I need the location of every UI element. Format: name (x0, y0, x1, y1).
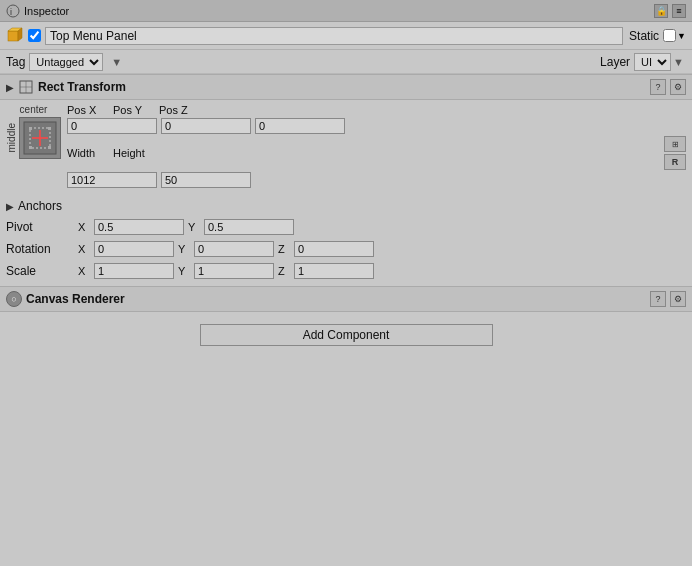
title-bar: i Inspector 🔒 ≡ (0, 0, 692, 22)
title-bar-actions: 🔒 ≡ (654, 4, 686, 18)
svg-text:i: i (10, 7, 12, 17)
svg-rect-13 (48, 127, 51, 130)
height-input[interactable] (161, 172, 251, 188)
rot-z-axis-label: Z (278, 243, 290, 255)
tag-label: Tag (6, 55, 25, 69)
rot-y-axis-label: Y (178, 243, 190, 255)
static-label: Static (629, 29, 659, 43)
pos-z-label: Pos Z (159, 104, 201, 116)
layer-arrow-icon: ▼ (673, 56, 684, 68)
middle-label-col: middle (6, 123, 17, 152)
object-icon (6, 27, 24, 45)
blueprint-btns: ⊞ R (664, 136, 686, 170)
scale-y-input[interactable] (194, 263, 274, 279)
anchors-label: Anchors (18, 199, 62, 213)
active-checkbox[interactable] (28, 29, 41, 42)
title-bar-label: Inspector (24, 5, 69, 17)
menu-button[interactable]: ≡ (672, 4, 686, 18)
static-dropdown-arrow[interactable]: ▼ (677, 31, 686, 41)
scale-x-input[interactable] (94, 263, 174, 279)
pos-x-label: Pos X (67, 104, 109, 116)
static-area: Static ▼ (629, 29, 686, 43)
svg-rect-14 (29, 146, 32, 149)
rect-transform-title: Rect Transform (38, 80, 650, 94)
pos-fields: Pos X Pos Y Pos Z Width Height ⊞ R (67, 104, 686, 190)
rect-icon-middle: middle (6, 117, 61, 159)
rect-transform-widget[interactable] (19, 117, 61, 159)
layer-label: Layer (600, 55, 630, 69)
add-component-button[interactable]: Add Component (200, 324, 493, 346)
scale-y-axis-label: Y (178, 265, 190, 277)
middle-label: middle (6, 123, 17, 152)
canvas-renderer-title: Canvas Renderer (26, 292, 650, 306)
rotation-label: Rotation (6, 242, 74, 256)
scale-x-axis-label: X (78, 265, 90, 277)
canvas-renderer-menu-btn[interactable]: ⚙ (670, 291, 686, 307)
pos-layout: center middle (6, 104, 686, 190)
anchors-arrow[interactable]: ▶ (6, 201, 14, 212)
pivot-x-input[interactable] (94, 219, 184, 235)
width-label: Width (67, 147, 109, 159)
rect-transform-arrow[interactable]: ▶ (6, 82, 14, 93)
arrow-icon: ▼ (111, 56, 122, 68)
pivot-label: Pivot (6, 220, 74, 234)
object-header: Static ▼ (0, 22, 692, 50)
rotation-y-input[interactable] (194, 241, 274, 257)
blueprint-btn[interactable]: ⊞ (664, 136, 686, 152)
pivot-x-axis-label: X (78, 221, 90, 233)
inspector-panel: Static ▼ Tag Untagged ▼ Layer UI ▼ ▶ Rec… (0, 22, 692, 566)
canvas-renderer-icon: ○ (6, 291, 22, 307)
r-btn[interactable]: R (664, 154, 686, 170)
scale-label: Scale (6, 264, 74, 278)
rect-widget: center middle (6, 104, 61, 159)
rect-transform-header: ▶ Rect Transform ? ⚙ (0, 74, 692, 100)
pos-y-label: Pos Y (113, 104, 155, 116)
canvas-renderer-header: ○ Canvas Renderer ? ⚙ (0, 286, 692, 312)
rect-transform-icon (18, 79, 34, 95)
layer-select[interactable]: UI (634, 53, 671, 71)
rect-transform-body: center middle (0, 100, 692, 196)
wh-labels: Width Height ⊞ R (67, 136, 686, 170)
rect-transform-actions: ? ⚙ (650, 79, 686, 95)
pos-y-input[interactable] (161, 118, 251, 134)
inspector-icon: i (6, 4, 20, 18)
canvas-renderer-help-btn[interactable]: ? (650, 291, 666, 307)
rotation-row: Rotation X Y Z (0, 238, 692, 260)
wh-inputs (67, 172, 686, 188)
pos-xyz-labels: Pos X Pos Y Pos Z (67, 104, 686, 116)
canvas-renderer-actions: ? ⚙ (650, 291, 686, 307)
pos-z-input[interactable] (255, 118, 345, 134)
add-component-area: Add Component (0, 312, 692, 358)
scale-z-input[interactable] (294, 263, 374, 279)
tag-select[interactable]: Untagged (29, 53, 103, 71)
pos-xyz-inputs (67, 118, 686, 134)
svg-rect-2 (8, 31, 18, 41)
pivot-row: Pivot X Y (0, 216, 692, 238)
rotation-z-input[interactable] (294, 241, 374, 257)
object-name-field[interactable] (45, 27, 623, 45)
width-input[interactable] (67, 172, 157, 188)
rotation-x-input[interactable] (94, 241, 174, 257)
svg-rect-12 (29, 127, 32, 130)
tag-layer-row: Tag Untagged ▼ Layer UI ▼ (0, 50, 692, 74)
scale-z-axis-label: Z (278, 265, 290, 277)
pos-x-input[interactable] (67, 118, 157, 134)
center-label: center (20, 104, 48, 115)
scale-row: Scale X Y Z (0, 260, 692, 282)
pivot-y-input[interactable] (204, 219, 294, 235)
lock-button[interactable]: 🔒 (654, 4, 668, 18)
static-checkbox[interactable] (663, 29, 676, 42)
svg-rect-15 (48, 146, 51, 149)
pivot-y-axis-label: Y (188, 221, 200, 233)
anchors-row: ▶ Anchors (0, 196, 692, 216)
rect-transform-help-btn[interactable]: ? (650, 79, 666, 95)
rot-x-axis-label: X (78, 243, 90, 255)
svg-point-0 (7, 5, 19, 17)
height-label: Height (113, 147, 155, 159)
rect-transform-menu-btn[interactable]: ⚙ (670, 79, 686, 95)
